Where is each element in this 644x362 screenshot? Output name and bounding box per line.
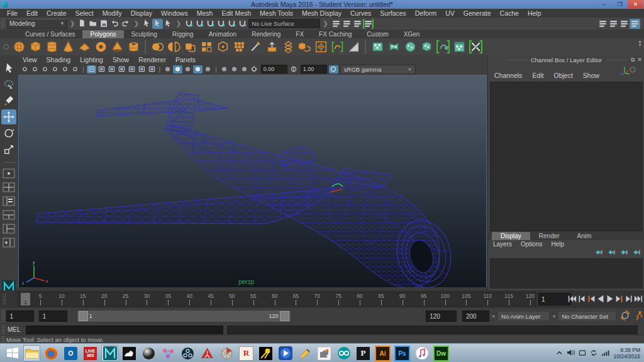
color-management-icon[interactable] (329, 65, 338, 74)
channel-menu-show[interactable]: Show (583, 72, 599, 79)
menu-mesh-tools[interactable]: Mesh Tools (255, 9, 297, 17)
time-slider-track[interactable]: 1 51015202530354045505560657075808590951… (18, 292, 536, 307)
automatic-mapping-icon[interactable] (419, 40, 434, 55)
step-forward-frame-button[interactable] (625, 292, 633, 305)
cylindrical-mapping-icon[interactable] (386, 40, 401, 55)
puzzle-app[interactable] (316, 345, 333, 361)
add-layer-icon[interactable] (620, 249, 628, 257)
volume-icon[interactable] (567, 349, 575, 358)
image-plane-icon[interactable] (50, 65, 60, 74)
edge-flow-icon[interactable] (330, 40, 345, 55)
xray-icon[interactable] (230, 65, 239, 74)
select-camera-icon[interactable] (20, 65, 30, 74)
render-frame-icon[interactable] (352, 19, 363, 29)
add-layer-selected-icon[interactable] (633, 249, 641, 257)
panel-menu-shading[interactable]: Shading (47, 56, 77, 63)
ao-toggle-icon[interactable] (193, 65, 203, 74)
shelf-tab-rendering[interactable]: Rendering (244, 30, 288, 38)
select-tool[interactable] (1, 60, 16, 75)
menu-select[interactable]: Select (71, 9, 98, 17)
tear-off-icon[interactable]: ⧉ (631, 57, 635, 63)
combine-icon[interactable] (150, 40, 165, 55)
modeling-toolkit-toggle-icon[interactable] (630, 19, 640, 29)
layout-custom[interactable] (2, 238, 16, 249)
taskbar-clock[interactable]: 9:38 PM10/24/2015 (612, 347, 644, 359)
panel-menu-lighting[interactable]: Lighting (80, 56, 109, 63)
layer-menu-layers[interactable]: Layers (493, 241, 512, 248)
gamma-field[interactable]: 1.00 (301, 65, 327, 74)
shelf-tab-fx[interactable]: FX (288, 30, 311, 38)
channel-menu-edit[interactable]: Edit (532, 72, 543, 79)
dreamweaver[interactable]: Dw (433, 345, 450, 361)
show-hidden-icons[interactable] (556, 349, 563, 358)
view-transform-dropdown[interactable]: sRGB gamma▼ (340, 65, 416, 74)
shadow-toggle-icon[interactable] (183, 65, 192, 74)
anim-layer-dropdown[interactable]: No Anim Layer (497, 311, 550, 321)
menu-help[interactable]: Help (523, 9, 546, 17)
chevron-down-icon[interactable]: ▼ (550, 314, 558, 319)
menu-set-dropdown[interactable]: Modeling ▼ (7, 19, 67, 29)
command-input-field[interactable] (26, 326, 223, 334)
default-light-icon[interactable] (163, 65, 172, 74)
new-scene-icon[interactable] (77, 19, 88, 29)
undo-icon[interactable] (109, 19, 120, 29)
character-set-dropdown[interactable]: No Character Set (558, 311, 616, 321)
cut-uv-icon[interactable] (468, 40, 483, 55)
shelf-options-icon[interactable] (3, 44, 9, 50)
layer-list-empty-area[interactable] (490, 258, 643, 288)
divider[interactable]: ❯ (68, 20, 77, 27)
poly-cylinder-icon[interactable] (44, 40, 59, 55)
isolate-select-icon[interactable] (219, 65, 229, 74)
menu-edit[interactable]: Edit (22, 9, 42, 17)
shelf-tab-polygons[interactable]: Polygons (82, 30, 123, 38)
layer-menu-options[interactable]: Options (521, 241, 542, 248)
shelf-tab-fx-caching[interactable]: FX Caching (311, 30, 359, 38)
fill-hole-icon[interactable] (199, 40, 214, 55)
layer-menu-help[interactable]: Help (551, 241, 564, 248)
animation-start-field[interactable]: 1 (6, 310, 35, 322)
close-panel-icon[interactable]: ✕ (637, 57, 642, 63)
unfold-uv-icon[interactable] (435, 40, 450, 55)
snap-view-plane-icon[interactable] (226, 19, 237, 29)
planar-mapping-icon[interactable] (370, 40, 385, 55)
divider[interactable]: ❯ (131, 20, 140, 27)
panel-menu-panels[interactable]: Panels (175, 56, 201, 63)
range-slider-grip[interactable] (1, 310, 5, 323)
joints-xray-icon[interactable] (240, 65, 249, 74)
outlook[interactable]: O (62, 345, 79, 361)
divider[interactable]: ❯ (321, 20, 330, 27)
menu-cache[interactable]: Cache (496, 9, 523, 17)
reduce-icon[interactable] (215, 40, 230, 55)
red-triangle-app[interactable] (199, 345, 216, 361)
layout-persp-outliner[interactable] (2, 196, 16, 207)
sync-icon[interactable] (590, 349, 597, 358)
channel-box-header[interactable]: Channel Box / Layer Editor ⧉✕ (488, 55, 644, 64)
extrude-icon[interactable] (264, 40, 279, 55)
poly-plane-icon[interactable] (77, 40, 92, 55)
open-scene-icon[interactable] (88, 19, 99, 29)
chevron-down-icon[interactable]: ▼ (489, 314, 497, 319)
playback-start-field[interactable]: 1 (39, 310, 67, 322)
close-button[interactable]: ✕ (628, 0, 643, 8)
file-explorer[interactable] (23, 345, 40, 361)
rotate-tool[interactable] (1, 126, 16, 141)
menu-edit-mesh[interactable]: Edit Mesh (217, 9, 255, 17)
panel-menu-renderer[interactable]: Renderer (138, 56, 172, 63)
viewport-canvas[interactable]: yxz persp (18, 75, 487, 288)
menu-generate[interactable]: Generate (459, 9, 496, 17)
rhinoceros[interactable] (121, 345, 138, 361)
menu-display[interactable]: Display (126, 9, 157, 17)
motion-blur-icon[interactable] (147, 65, 157, 74)
maximize-button[interactable]: ❐ (612, 0, 628, 8)
auto-keyframe-icon[interactable] (620, 310, 630, 322)
save-scene-icon[interactable] (99, 19, 109, 29)
lasso-select-tool[interactable] (1, 77, 16, 92)
shelf-tab-curves-surfaces[interactable]: Curves / Surfaces (18, 30, 82, 38)
select-object-icon[interactable] (152, 19, 163, 29)
menu-file[interactable]: File (3, 9, 22, 17)
bevel-icon[interactable] (280, 40, 296, 55)
redo-icon[interactable] (120, 19, 131, 29)
step-back-key-button[interactable] (587, 292, 596, 305)
range-slider-bar[interactable]: 1 120 (77, 310, 291, 322)
go-to-end-button[interactable] (634, 292, 643, 305)
